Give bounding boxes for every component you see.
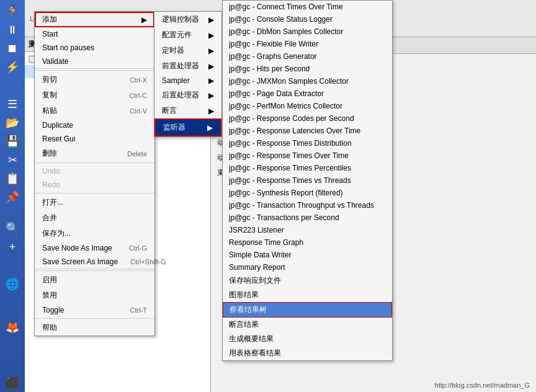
submenu-add: 逻辑控制器 ▶ 配置元件 ▶ 定时器 ▶ 前置处理器 ▶ Sampler ▶ 后… <box>154 11 222 137</box>
monitor-label-0: jp@gc - Connect Times Over Time <box>229 2 343 11</box>
sidebar-icon-12[interactable]: + <box>2 238 23 256</box>
monitor-label-25: 断言结果 <box>229 320 259 329</box>
sidebar-icon-4[interactable]: ⚡ <box>2 58 23 76</box>
monitor-item-times-vs[interactable]: jp@gc - Response Times vs Threads <box>223 174 392 187</box>
arrow-pre: ▶ <box>208 62 214 71</box>
monitor-item-tps[interactable]: jp@gc - Transactions per Second <box>223 212 392 224</box>
monitor-label-8: jp@gc - PerfMon Metrics Collector <box>229 102 342 110</box>
menu-label-toggle: Toggle <box>42 306 118 314</box>
menu-item-enable[interactable]: 启用 <box>35 272 154 288</box>
menu-label-copy: 复制 <box>42 90 117 100</box>
menu-item-copy[interactable]: 复制 Ctrl-C <box>35 87 154 103</box>
sidebar-icon-9[interactable]: 📋 <box>2 170 23 187</box>
menu-item-open[interactable]: 打开... <box>35 195 154 210</box>
sidebar-icon-10[interactable]: 📌 <box>2 189 23 206</box>
menu-item-duplicate[interactable]: Duplicate <box>35 118 154 132</box>
monitor-item-summary[interactable]: Summary Report <box>223 261 392 274</box>
submenu-item-sampler[interactable]: Sampler ▶ <box>154 74 221 87</box>
menu-item-save-node-image[interactable]: Save Node As Image Ctrl-G <box>35 241 154 255</box>
monitor-label-9: jp@gc - Response Codes per Second <box>229 114 354 123</box>
monitor-item-gen-summary[interactable]: 生成概要结果 <box>223 332 392 346</box>
monitor-item-save-response[interactable]: 保存响应到文件 <box>223 274 392 288</box>
monitor-item-response-codes[interactable]: jp@gc - Response Codes per Second <box>223 112 392 125</box>
sidebar-icon-6[interactable]: 📂 <box>2 114 23 131</box>
sidebar-icon-13[interactable]: 🌐 <box>2 275 23 293</box>
shortcut-copy: Ctrl-C <box>129 92 147 99</box>
menu-item-save-screen-image[interactable]: Save Screen As Image Ctrl+Shift-G <box>35 255 154 269</box>
menu-item-merge[interactable]: 合并 <box>35 210 154 226</box>
submenu-monitor: jp@gc - Connect Times Over Time jp@gc - … <box>222 0 393 361</box>
monitor-item-times-dist[interactable]: jp@gc - Response Times Distribution <box>223 137 392 149</box>
menu-item-delete[interactable]: 删除 Delete <box>35 146 154 161</box>
menu-item-validate[interactable]: Validate <box>35 55 154 69</box>
submenu-item-pre-processor[interactable]: 前置处理器 ▶ <box>154 58 221 74</box>
monitor-label-12: jp@gc - Response Times Over Time <box>229 151 349 160</box>
menu-label-disable: 禁用 <box>42 290 147 301</box>
sidebar-icon-14[interactable]: 🦊 <box>2 319 23 336</box>
monitor-item-jsr223[interactable]: JSR223 Listener <box>223 224 392 236</box>
monitor-item-percentiles[interactable]: jp@gc - Response Times Percentiles <box>223 162 392 174</box>
menu-label-start-no-pauses: Start no pauses <box>42 43 147 52</box>
monitor-item-page-data[interactable]: jp@gc - Page Data Extractor <box>223 87 392 100</box>
monitor-item-graph-result[interactable]: 图形结果 <box>223 288 392 302</box>
sidebar-icon-2[interactable]: ⏸ <box>2 21 23 38</box>
menu-label-undo: Undo <box>42 167 147 176</box>
monitor-label-13: jp@gc - Response Times Percentiles <box>229 164 351 172</box>
divider-2 <box>35 163 154 163</box>
monitor-item-hits[interactable]: jp@gc - Hits per Second <box>223 63 392 75</box>
monitor-item-assert-result[interactable]: 断言结果 <box>223 318 392 332</box>
menu-item-reset-gui[interactable]: Reset Gui <box>35 132 154 146</box>
menu-label-redo: Redo <box>42 180 147 189</box>
menu-label-paste: 粘贴 <box>42 105 117 116</box>
monitor-item-simple-data[interactable]: Simple Data Writer <box>223 249 392 261</box>
menu-item-disable[interactable]: 禁用 <box>35 288 154 303</box>
monitor-label-18: JSR223 Listener <box>229 226 284 234</box>
monitor-item-latencies[interactable]: jp@gc - Response Latencies Over Time <box>223 125 392 137</box>
shortcut-paste: Ctrl-V <box>130 107 147 115</box>
monitor-item-response-graph[interactable]: Response Time Graph <box>223 236 392 249</box>
submenu-item-assertion[interactable]: 断言 ▶ <box>154 103 221 118</box>
submenu-item-timer[interactable]: 定时器 ▶ <box>154 43 221 58</box>
menu-item-save-as[interactable]: 保存为... <box>35 226 154 241</box>
arrow-sampler: ▶ <box>208 76 214 85</box>
arrow-timer: ▶ <box>208 47 214 55</box>
submenu-item-monitor[interactable]: 监听器 ▶ <box>154 118 221 136</box>
sidebar-icon-8[interactable]: ✂ <box>2 151 23 169</box>
monitor-item-jmxmon[interactable]: jp@gc - JMXMon Samples Collector <box>223 75 392 87</box>
menu-label-reset-gui: Reset Gui <box>42 135 147 143</box>
sidebar-icon-1[interactable]: 🏃 <box>2 2 23 20</box>
sidebar-icon-7[interactable]: 💾 <box>2 133 23 150</box>
monitor-label-15: jp@gc - Synthesis Report (filtered) <box>229 189 343 197</box>
menu-label-open: 打开... <box>42 197 147 208</box>
menu-item-toggle[interactable]: Toggle Ctrl-T <box>35 303 154 317</box>
divider-5 <box>35 318 154 319</box>
submenu-item-post-processor[interactable]: 后置处理器 ▶ <box>154 87 221 103</box>
monitor-item-throughput[interactable]: jp@gc - Transaction Throughput vs Thread… <box>223 199 392 212</box>
monitor-item-flexible[interactable]: jp@gc - Flexible File Writer <box>223 38 392 50</box>
submenu-label-timer: 定时器 <box>162 45 203 56</box>
monitor-item-perfmon[interactable]: jp@gc - PerfMon Metrics Collector <box>223 100 392 112</box>
monitor-item-dbmon[interactable]: jp@gc - DbMon Samples Collector <box>223 25 392 38</box>
sidebar-icon-5[interactable]: ☰ <box>2 96 23 113</box>
monitor-item-synthesis[interactable]: jp@gc - Synthesis Report (filtered) <box>223 187 392 199</box>
monitor-item-times-over[interactable]: jp@gc - Response Times Over Time <box>223 149 392 162</box>
sidebar-icon-3[interactable]: ⏹ <box>2 40 23 57</box>
monitor-item-graphs[interactable]: jp@gc - Graphs Generator <box>223 50 392 63</box>
submenu-item-config[interactable]: 配置元件 ▶ <box>154 27 221 43</box>
menu-item-paste[interactable]: 粘贴 Ctrl-V <box>35 103 154 118</box>
monitor-label-20: Simple Data Writer <box>229 251 291 259</box>
menu-item-start[interactable]: Start <box>35 27 154 41</box>
monitor-label-21: Summary Report <box>229 263 285 272</box>
monitor-item-console[interactable]: jp@gc - Console Status Logger <box>223 13 392 25</box>
monitor-item-view-results-tree[interactable]: 察看结果树 <box>223 302 392 318</box>
menu-item-start-no-pauses[interactable]: Start no pauses <box>35 41 154 55</box>
submenu-item-logic[interactable]: 逻辑控制器 ▶ <box>154 12 221 27</box>
submenu-label-post: 后置处理器 <box>162 90 203 100</box>
sidebar-icon-11[interactable]: 🔍 <box>2 220 23 237</box>
monitor-item-connect-times[interactable]: jp@gc - Connect Times Over Time <box>223 1 392 13</box>
sidebar-icon-15[interactable]: ⬛ <box>2 375 23 392</box>
menu-item-add[interactable]: 添加 ▶ <box>35 12 154 27</box>
menu-item-help[interactable]: 帮助 <box>35 320 154 336</box>
monitor-item-table-view[interactable]: 用表格察看结果 <box>223 346 392 360</box>
menu-item-cut[interactable]: 剪切 Ctrl-X <box>35 72 154 87</box>
